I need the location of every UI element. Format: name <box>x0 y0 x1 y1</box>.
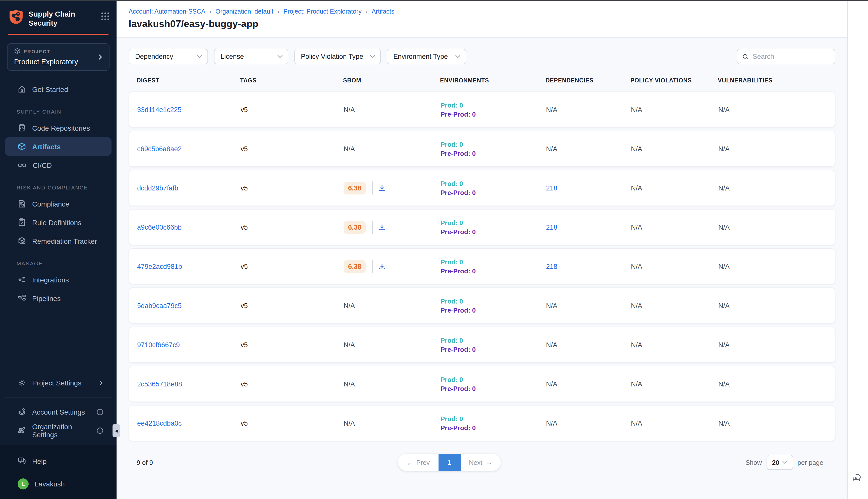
page-1-button[interactable]: 1 <box>438 454 460 471</box>
sidebar-item-project-settings[interactable]: Project Settings <box>5 373 112 392</box>
sidebar-item-code-repositories[interactable]: Code Repositories <box>5 119 112 137</box>
org-gear-icon <box>17 426 26 435</box>
module-switcher-grid-icon[interactable] <box>101 12 110 23</box>
search-input[interactable] <box>753 53 830 60</box>
integrations-icon <box>17 276 26 284</box>
dependencies-count-link[interactable]: 218 <box>546 184 557 192</box>
env-preprod: Pre-Prod: 0 <box>441 306 546 314</box>
help-chat-icon: ? <box>17 457 26 465</box>
breadcrumb: Account: Automation-SSCA › Organization:… <box>128 8 835 15</box>
environments-cell: Prod: 0Pre-Prod: 0 <box>441 376 546 392</box>
digest-link[interactable]: 2c5365718e88 <box>137 380 182 388</box>
app-title: Supply Chain Security <box>29 10 101 28</box>
vulnerabilities-na: N/A <box>718 302 827 309</box>
env-preprod: Pre-Prod: 0 <box>441 385 546 392</box>
breadcrumb-project[interactable]: Project: Product Exploratory <box>283 8 361 15</box>
svg-text:?: ? <box>20 458 22 462</box>
vulnerabilities-na: N/A <box>718 419 827 427</box>
sbom-na: N/A <box>344 145 355 153</box>
env-preprod: Pre-Prod: 0 <box>441 189 546 196</box>
section-risk-compliance: RISK AND COMPLIANCE <box>16 185 116 191</box>
environment-type-filter-dropdown[interactable]: Environment Type <box>387 49 466 64</box>
digest-link[interactable]: 33d114e1c225 <box>137 106 182 113</box>
project-cube-icon <box>14 48 21 56</box>
digest-link[interactable]: dcdd29b7fafb <box>137 184 178 192</box>
divider <box>5 368 112 368</box>
artifact-table: 33d114e1c225v5N/AProd: 0Pre-Prod: 0N/AN/… <box>128 92 835 441</box>
sidebar-item-get-started[interactable]: Get Started <box>5 80 112 99</box>
license-filter-dropdown[interactable]: License <box>214 49 288 64</box>
sbom-download-icon[interactable] <box>379 184 386 192</box>
digest-link[interactable]: c69c5b6a8ae2 <box>137 145 182 153</box>
digest-link[interactable]: ee4218cdba0c <box>137 419 182 427</box>
digest-link[interactable]: 9710cf6667c9 <box>137 341 180 349</box>
policy-violations-na: N/A <box>631 223 718 231</box>
env-preprod: Pre-Prod: 0 <box>441 345 546 353</box>
divider <box>5 397 112 398</box>
tag-value: v5 <box>240 341 344 349</box>
vulnerabilities-na: N/A <box>718 223 827 231</box>
avatar: L <box>17 478 29 489</box>
page-size-control: Show 20 per page <box>501 455 835 470</box>
vulnerabilities-na: N/A <box>718 106 827 113</box>
info-icon[interactable] <box>97 408 103 415</box>
policy-violations-na: N/A <box>631 302 718 309</box>
breadcrumb-separator: › <box>210 8 211 15</box>
col-dependencies: DEPENDENCIES <box>546 77 630 83</box>
sidebar-item-organization-settings[interactable]: Organization Settings <box>5 421 112 440</box>
env-prod: Prod: 0 <box>441 297 546 305</box>
page-size-dropdown[interactable]: 20 <box>766 455 793 470</box>
policy-violation-type-filter-dropdown[interactable]: Policy Violation Type <box>294 49 381 64</box>
project-selector[interactable]: PROJECT Product Exploratory <box>7 44 110 71</box>
env-preprod: Pre-Prod: 0 <box>441 110 546 118</box>
digest-link[interactable]: a9c6e00c66bb <box>137 223 182 231</box>
sidebar-item-remediation-tracker[interactable]: Remediation Tracker <box>5 232 112 251</box>
sbom-download-icon[interactable] <box>379 223 386 231</box>
sidebar-item-account-settings[interactable]: Account Settings <box>5 402 112 421</box>
policy-violations-na: N/A <box>631 106 718 113</box>
tag-value: v5 <box>240 184 344 192</box>
tag-value: v5 <box>240 145 344 153</box>
sidebar-item-artifacts[interactable]: Artifacts <box>5 137 112 156</box>
code-repo-icon <box>17 124 26 132</box>
sidebar-item-pipelines[interactable]: Pipelines <box>5 289 112 308</box>
arrow-left-icon: ← <box>406 459 413 466</box>
env-prod: Prod: 0 <box>441 180 546 187</box>
dependencies-count-link[interactable]: 218 <box>546 263 557 270</box>
sidebar-item-cicd[interactable]: CI/CD <box>5 156 112 175</box>
user-name: Lavakush <box>35 480 65 488</box>
breadcrumb-organization[interactable]: Organization: default <box>215 8 273 15</box>
info-icon[interactable] <box>97 427 103 434</box>
sidebar-collapse-handle[interactable]: ◀ <box>112 424 120 437</box>
policy-violations-na: N/A <box>631 263 718 270</box>
sidebar-item-compliance[interactable]: Compliance <box>5 195 112 213</box>
tag-value: v5 <box>240 106 344 113</box>
digest-link[interactable]: 479e2acd981b <box>137 263 182 270</box>
divider <box>372 221 373 234</box>
divider <box>372 260 373 273</box>
sidebar-item-integrations[interactable]: Integrations <box>5 271 112 289</box>
supply-chain-security-logo-icon <box>8 9 24 25</box>
table-row: 5dab9caa79c5v5N/AProd: 0Pre-Prod: 0N/AN/… <box>128 288 835 324</box>
dependency-filter-dropdown[interactable]: Dependency <box>128 49 208 64</box>
prev-page-button[interactable]: ← Prev <box>398 454 438 471</box>
dependencies-count-link[interactable]: 218 <box>546 223 557 231</box>
sbom-download-icon[interactable] <box>379 263 386 270</box>
vulnerabilities-na: N/A <box>718 145 827 153</box>
breadcrumb-account[interactable]: Account: Automation-SSCA <box>128 8 206 15</box>
env-preprod: Pre-Prod: 0 <box>441 267 546 275</box>
chat-support-icon[interactable] <box>852 472 863 485</box>
user-menu[interactable]: L Lavakush <box>5 474 112 493</box>
digest-link[interactable]: 5dab9caa79c5 <box>137 302 182 309</box>
help-button[interactable]: ? Help <box>5 452 112 470</box>
chevron-down-icon <box>455 55 461 58</box>
environments-cell: Prod: 0Pre-Prod: 0 <box>441 337 546 353</box>
breadcrumb-artifacts[interactable]: Artifacts <box>372 8 394 15</box>
next-page-button[interactable]: Next → <box>460 454 501 471</box>
page-title: lavakush07/easy-buggy-app <box>128 19 835 30</box>
home-icon <box>17 85 26 94</box>
search-icon <box>742 53 749 60</box>
project-label: PROJECT <box>24 49 50 54</box>
sidebar-item-rule-definitions[interactable]: Rule Definitions <box>5 213 112 232</box>
app-window: Supply Chain Security <box>0 0 868 499</box>
